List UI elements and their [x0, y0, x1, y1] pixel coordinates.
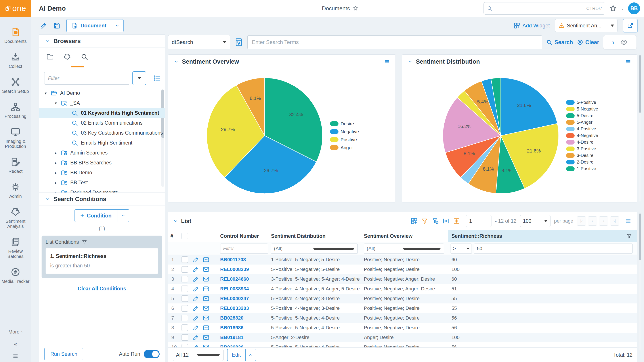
tab-searches[interactable] [80, 53, 88, 62]
clear-button[interactable]: Clear [577, 39, 599, 45]
next-page-button[interactable]: › [599, 216, 608, 226]
last-page-button[interactable]: ›| [610, 216, 619, 226]
clear-filter-icon[interactable] [432, 217, 439, 225]
column-header-sentiment-richness[interactable]: Sentiment::Richness [448, 230, 637, 242]
widget-layout-select[interactable]: Sentiment An... [555, 19, 618, 32]
tree-caret-icon[interactable] [55, 170, 60, 175]
email-envelope-icon[interactable] [203, 286, 209, 292]
legend-item[interactable]: 3-Desire [566, 153, 598, 158]
legend-item[interactable]: 1-Positive [566, 166, 598, 171]
list-title-group[interactable]: List [173, 218, 191, 225]
tree-item[interactable]: AI Demo [39, 88, 165, 98]
condition-dropdown-button[interactable] [117, 210, 129, 222]
tree-caret-icon[interactable] [55, 150, 60, 155]
rail-nav-item[interactable]: Media Tracker [1, 267, 30, 284]
legend-item[interactable]: 3-Positive [566, 146, 598, 151]
table-row[interactable]: 7 BB028320 5-Positive; 5-Negative; 4-Des… [168, 313, 637, 323]
legend-item[interactable]: 5-Desire [566, 113, 598, 118]
edit-pencil-icon[interactable] [192, 266, 199, 273]
legend-item[interactable]: 5-Anger [566, 120, 598, 125]
control-number-link[interactable]: BB019181 [218, 335, 269, 340]
legend-item[interactable]: 5-Negative [566, 106, 598, 112]
tree-caret-icon[interactable] [55, 160, 60, 165]
tree-caret-icon[interactable] [55, 180, 60, 185]
table-row[interactable]: 5 REL0040247 5-Positive; 4-Negative; 3-D… [168, 294, 637, 304]
control-number-link[interactable]: REL0040247 [218, 296, 269, 302]
tree-item[interactable]: 01 Keyword Hits High Sentiment [39, 108, 165, 118]
email-envelope-icon[interactable] [203, 315, 209, 321]
search-button[interactable]: Search [546, 39, 573, 45]
column-header-index[interactable]: # [168, 233, 179, 239]
search-terms-input[interactable] [248, 35, 542, 49]
tab-folders[interactable] [46, 53, 54, 62]
filter-funnel-icon[interactable] [421, 217, 428, 225]
global-search-input[interactable] [495, 5, 584, 11]
control-number-link[interactable]: REL0033203 [218, 306, 269, 311]
edit-pencil-icon[interactable] [40, 22, 47, 29]
per-page-select[interactable]: 100 [520, 215, 550, 227]
column-filter-icon[interactable] [626, 233, 632, 239]
table-row[interactable]: 8 BB018986 5-Positive; 5-Negative; 4-Des… [168, 323, 637, 333]
row-checkbox[interactable] [182, 334, 188, 341]
control-number-filter-input[interactable] [220, 244, 268, 254]
user-avatar[interactable]: BB [628, 2, 640, 14]
select-all-checkbox[interactable] [182, 233, 188, 239]
scroll-thumb[interactable] [639, 55, 641, 113]
brand-logo[interactable]: one [0, 0, 31, 17]
column-header-sentiment-overview[interactable]: Sentiment Overview [362, 233, 448, 239]
rail-nav-item[interactable]: Collect [1, 52, 30, 69]
search-syntax-icon[interactable] [234, 37, 244, 47]
page-number-input[interactable] [466, 215, 492, 227]
control-number-link[interactable]: REL0008239 [218, 267, 269, 272]
edit-expand-button[interactable] [245, 349, 256, 361]
rail-nav-item[interactable]: Admin [1, 182, 30, 199]
grid-settings-icon[interactable] [410, 217, 418, 225]
rail-nav-item[interactable]: Processing [1, 102, 30, 119]
tree-caret-icon[interactable] [55, 190, 60, 193]
edit-pencil-icon[interactable] [192, 295, 199, 302]
edit-pencil-icon[interactable] [192, 334, 199, 341]
edit-pencil-icon[interactable] [192, 286, 199, 292]
scroll-thumb[interactable] [639, 214, 641, 260]
legend-item[interactable]: Positive [330, 137, 359, 142]
email-envelope-icon[interactable] [203, 305, 209, 312]
favorites-icon[interactable] [609, 4, 617, 12]
email-envelope-icon[interactable] [203, 295, 209, 302]
legend-item[interactable]: 4-Positive [566, 126, 598, 131]
table-row[interactable]: 4 REL0038934 4-Positive; 4-Negative; 5-A… [168, 284, 637, 294]
email-envelope-icon[interactable] [203, 325, 209, 331]
save-icon[interactable] [53, 22, 60, 29]
edit-split-button[interactable]: Edit [227, 349, 256, 361]
widget-menu-icon[interactable] [384, 59, 390, 64]
clear-all-conditions-link[interactable]: Clear All Conditions [78, 286, 126, 292]
row-checkbox[interactable] [182, 315, 188, 321]
preview-eye-icon[interactable] [620, 38, 628, 46]
rail-more[interactable]: More› [8, 329, 22, 335]
column-header-sentiment-distribution[interactable]: Sentiment Distribution [269, 233, 362, 239]
tree-caret-icon[interactable] [45, 91, 50, 96]
table-row[interactable]: 3 REL0024660 3-Positive; 5-Negative; 5-A… [168, 274, 637, 284]
condition-card[interactable]: 1. Sentiment::Richness is greater than 5… [46, 248, 158, 274]
global-search[interactable]: CTRL+/ [484, 2, 605, 14]
row-checkbox[interactable] [182, 325, 188, 331]
edit-pencil-icon[interactable] [192, 276, 199, 283]
add-widget-button[interactable]: Add Widget [514, 22, 550, 29]
overview-filter-select[interactable]: (All) [364, 244, 444, 254]
document-split-button[interactable]: Document [66, 19, 124, 32]
rail-nav-item[interactable]: Review Batches [1, 237, 30, 259]
table-row[interactable]: 9 BB019181 5-Anger; 2-Desire Anger; Desi… [168, 333, 637, 342]
edit-pencil-icon[interactable] [192, 305, 199, 312]
legend-item[interactable]: 2-Desire [566, 160, 598, 165]
search-engine-select[interactable]: dtSearch [168, 35, 230, 49]
row-height-icon[interactable] [453, 217, 460, 225]
email-envelope-icon[interactable] [203, 276, 209, 283]
document-button[interactable]: Document [67, 19, 111, 32]
list-scrollbar[interactable] [639, 214, 641, 351]
email-envelope-icon[interactable] [203, 256, 209, 263]
first-page-button[interactable]: |‹ [577, 216, 586, 226]
prev-page-button[interactable]: ‹ [588, 216, 597, 226]
tab-tags[interactable] [63, 53, 71, 62]
rail-nav-item[interactable]: Documents [1, 27, 30, 44]
row-checkbox[interactable] [182, 286, 188, 292]
browsers-header[interactable]: Browsers [39, 35, 165, 48]
